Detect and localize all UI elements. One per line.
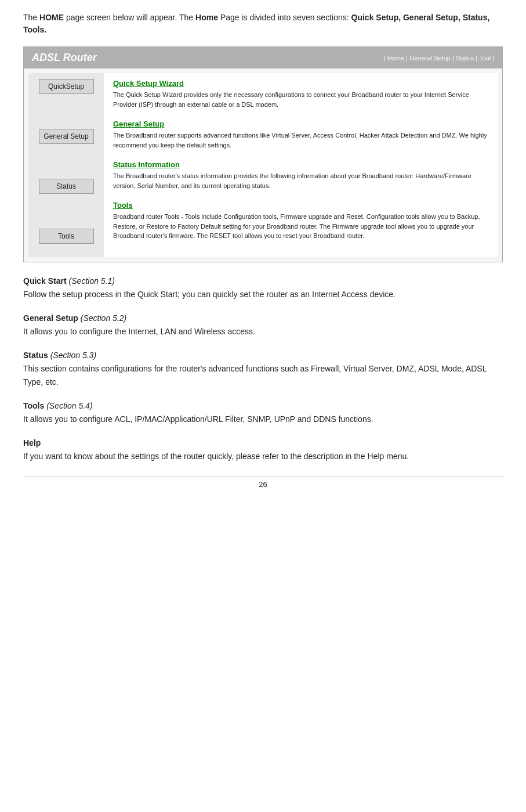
body-sections: Quick Start (Section 5.1)Follow the setu…: [23, 276, 503, 463]
body-section-text-0: Follow the setup process in the Quick St…: [23, 288, 503, 301]
body-section-title-0: Quick Start (Section 5.1): [23, 276, 503, 286]
body-section-title-bold-2: Status: [23, 351, 48, 360]
body-section-title-bold-1: General Setup: [23, 313, 78, 323]
sidebar-btn-1[interactable]: General Setup: [39, 129, 94, 144]
router-sidebar: QuickSetupGeneral SetupStatusTools: [28, 73, 104, 257]
sidebar-btn-2[interactable]: Status: [39, 179, 94, 194]
body-section-text-2: This section contains configurations for…: [23, 362, 503, 388]
body-section-num-2: (Section 5.3): [48, 351, 96, 360]
body-section-text-1: It allows you to configure the Internet,…: [23, 325, 503, 338]
body-section-text-4: If you want to know about the settings o…: [23, 450, 503, 463]
router-ui-box: ADSL Router | Home | General Setup | Sta…: [23, 46, 503, 262]
sidebar-btn-3[interactable]: Tools: [39, 229, 94, 244]
body-section-num-0: (Section 5.1): [67, 276, 115, 286]
body-section-1: General Setup (Section 5.2)It allows you…: [23, 313, 503, 338]
router-section-title-2[interactable]: Status Information: [113, 160, 488, 169]
body-section-2: Status (Section 5.3)This section contain…: [23, 351, 503, 388]
router-header: ADSL Router | Home | General Setup | Sta…: [24, 47, 502, 68]
router-section-title-0[interactable]: Quick Setup Wizard: [113, 79, 488, 88]
router-nav-links: | Home | General Setup | Status | Tool |: [384, 55, 494, 62]
router-section-desc-1: The Broadband router supports advanced f…: [113, 131, 488, 150]
home2-bold: Home: [195, 13, 218, 22]
body-section-title-bold-4: Help: [23, 438, 41, 447]
body-section-title-4: Help: [23, 438, 503, 447]
router-section-3: ToolsBroadband router Tools - Tools incl…: [113, 201, 488, 241]
router-section-desc-2: The Broadband router's status informatio…: [113, 171, 488, 190]
body-section-4: HelpIf you want to know about the settin…: [23, 438, 503, 463]
body-section-3: Tools (Section 5.4)It allows you to conf…: [23, 401, 503, 425]
body-section-title-2: Status (Section 5.3): [23, 351, 503, 360]
router-body: QuickSetupGeneral SetupStatusTools Quick…: [24, 68, 502, 262]
body-section-title-bold-3: Tools: [23, 401, 44, 410]
router-section-desc-3: Broadband router Tools - Tools include C…: [113, 212, 488, 241]
router-section-desc-0: The Quick Setup Wizard provides only the…: [113, 90, 488, 109]
body-section-title-bold-0: Quick Start: [23, 276, 67, 286]
intro-text-middle: page screen below will appear. The: [66, 13, 195, 22]
body-section-0: Quick Start (Section 5.1)Follow the setu…: [23, 276, 503, 301]
body-section-title-1: General Setup (Section 5.2): [23, 313, 503, 323]
body-section-num-1: (Section 5.2): [78, 313, 126, 323]
body-section-text-3: It allows you to configure ACL, IP/MAC/A…: [23, 413, 503, 425]
router-main-content: Quick Setup WizardThe Quick Setup Wizard…: [104, 73, 498, 257]
router-section-0: Quick Setup WizardThe Quick Setup Wizard…: [113, 79, 488, 109]
router-section-2: Status InformationThe Broadband router's…: [113, 160, 488, 190]
router-section-1: General SetupThe Broadband router suppor…: [113, 120, 488, 150]
intro-paragraph: The HOME page screen below will appear. …: [23, 12, 503, 36]
router-brand: ADSL Router: [32, 52, 97, 64]
home-bold: HOME: [39, 13, 64, 22]
sidebar-btn-0[interactable]: QuickSetup: [39, 79, 94, 94]
router-section-title-3[interactable]: Tools: [113, 201, 488, 210]
page-number: 26: [23, 476, 503, 489]
body-section-num-3: (Section 5.4): [44, 401, 92, 410]
router-section-title-1[interactable]: General Setup: [113, 120, 488, 128]
intro-text-end: Page is divided into seven sections:: [220, 13, 351, 22]
body-section-title-3: Tools (Section 5.4): [23, 401, 503, 410]
